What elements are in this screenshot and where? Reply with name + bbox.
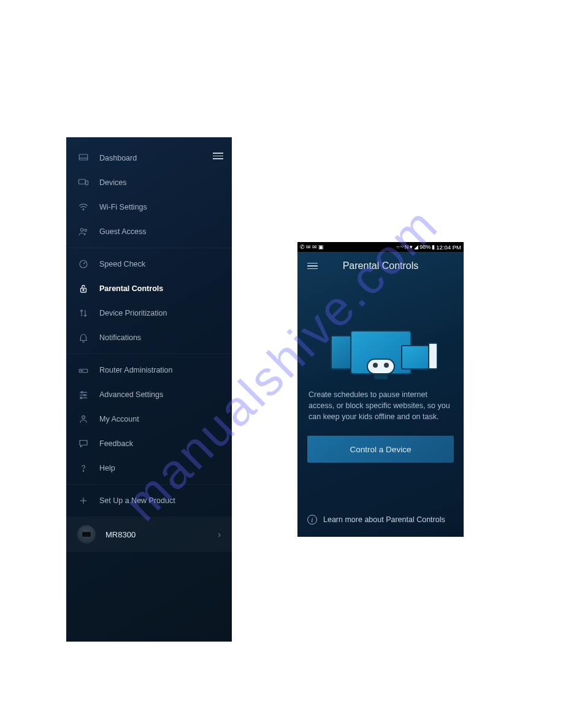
sidebar-item-label: Speed Check xyxy=(99,260,145,268)
sidebar-item-devices[interactable]: Devices xyxy=(66,170,232,195)
sidebar-item-label: Notifications xyxy=(99,333,141,342)
sidebar-item-router-administration[interactable]: Router Administration xyxy=(66,358,232,382)
sidebar-item-my-account[interactable]: My Account xyxy=(66,407,232,431)
svg-point-8 xyxy=(83,289,84,290)
svg-rect-1 xyxy=(79,180,86,184)
device-name-label: MR8300 xyxy=(105,530,218,539)
svg-rect-2 xyxy=(86,181,88,185)
device-thumbnail-icon xyxy=(77,525,96,544)
status-time: 12:04 PM xyxy=(436,244,461,251)
account-icon xyxy=(77,413,90,425)
chevron-right-icon: › xyxy=(218,529,221,539)
sidebar-item-label: Guest Access xyxy=(99,227,146,236)
sidebar-item-label: Wi-Fi Settings xyxy=(99,203,147,211)
control-device-button[interactable]: Control a Device xyxy=(307,436,454,463)
speed-icon xyxy=(77,258,90,270)
battery-percent: 98% xyxy=(419,245,431,250)
sidebar-item-help[interactable]: Help xyxy=(66,456,232,480)
feedback-icon xyxy=(77,438,90,450)
svg-point-15 xyxy=(82,416,85,419)
game-controller-icon xyxy=(367,358,395,374)
sidebar-item-label: Dashboard xyxy=(99,154,137,162)
sidebar-item-speed-check[interactable]: Speed Check xyxy=(66,252,232,276)
sidebar-item-wifi-settings[interactable]: Wi-Fi Settings xyxy=(66,195,232,219)
wifi-status-icon: ▾ xyxy=(410,245,413,250)
sidebar-item-device-prioritization[interactable]: Device Prioritization xyxy=(66,301,232,325)
phone-icon: ✆ xyxy=(300,245,305,250)
sidebar-item-label: Feedback xyxy=(99,439,133,448)
app-icon: ▣ xyxy=(318,245,324,250)
sidebar-item-label: Help xyxy=(99,464,115,472)
svg-point-13 xyxy=(84,394,86,396)
router-icon xyxy=(77,364,90,376)
sidebar-item-feedback[interactable]: Feedback xyxy=(66,431,232,456)
plus-icon xyxy=(77,495,90,507)
sidebar-item-advanced-settings[interactable]: Advanced Settings xyxy=(66,382,232,407)
sidebar-item-setup-new-product[interactable]: Set Up a New Product xyxy=(66,488,232,513)
help-icon xyxy=(77,462,90,474)
nfc-icon: N xyxy=(405,245,409,250)
sidebar-item-label: Advanced Settings xyxy=(99,390,163,399)
learn-more-label: Learn more about Parental Controls xyxy=(323,515,445,524)
sidebar-item-label: Devices xyxy=(99,178,126,187)
svg-point-10 xyxy=(81,371,82,371)
signal-icon: ◢ xyxy=(414,245,418,250)
svg-point-3 xyxy=(83,209,84,210)
parental-controls-screen: ✆ ✉ ✉ ▣ ⎓ ⌔ N ▾ ◢ 98% ▮ 12:04 PM Parenta… xyxy=(297,242,464,537)
sidebar-item-label: Set Up a New Product xyxy=(99,496,175,505)
sidebar-item-dashboard[interactable]: Dashboard xyxy=(66,146,232,170)
status-left-icons: ✆ ✉ ✉ ▣ xyxy=(300,245,324,250)
sidebar-item-guest-access[interactable]: Guest Access xyxy=(66,219,232,244)
devices-icon xyxy=(77,176,90,189)
svg-point-11 xyxy=(82,371,83,371)
svg-point-5 xyxy=(85,229,86,231)
svg-point-16 xyxy=(83,471,83,471)
sidebar-item-notifications[interactable]: Notifications xyxy=(66,325,232,350)
learn-more-link[interactable]: i Learn more about Parental Controls xyxy=(307,515,454,525)
sidebar-item-parental-controls[interactable]: Parental Controls xyxy=(66,276,232,301)
svg-point-4 xyxy=(81,229,84,232)
devices-illustration xyxy=(297,289,464,374)
sidebar-menu: Dashboard Devices Wi-Fi Settings Guest A… xyxy=(66,137,232,552)
sidebar-item-label: Device Prioritization xyxy=(99,309,167,317)
sidebar-item-label: Router Administration xyxy=(99,366,173,374)
mail-icon: ✉ xyxy=(312,245,317,250)
sidebar-item-label: Parental Controls xyxy=(99,284,163,293)
sidebar-panel: Dashboard Devices Wi-Fi Settings Guest A… xyxy=(66,137,232,642)
sliders-icon xyxy=(77,389,90,401)
wifi-icon xyxy=(77,201,90,213)
info-icon: i xyxy=(307,515,317,525)
android-status-bar: ✆ ✉ ✉ ▣ ⎓ ⌔ N ▾ ◢ 98% ▮ 12:04 PM xyxy=(297,242,464,252)
menu-divider xyxy=(66,484,232,485)
bluetooth-icon: ⌔ xyxy=(400,245,404,250)
dashboard-icon xyxy=(77,152,90,164)
guest-icon xyxy=(77,226,90,238)
svg-point-14 xyxy=(80,397,82,399)
bell-icon xyxy=(77,332,90,344)
device-row[interactable]: MR8300 › xyxy=(66,517,232,552)
sidebar-item-label: My Account xyxy=(99,415,139,423)
svg-point-12 xyxy=(81,392,83,393)
battery-small-icon: ⎓ xyxy=(396,245,399,250)
message-icon: ✉ xyxy=(306,245,311,250)
page-title: Parental Controls xyxy=(307,260,454,271)
lock-icon xyxy=(77,282,90,295)
menu-divider xyxy=(66,248,232,248)
screen-header: Parental Controls xyxy=(297,252,464,282)
phone-icon xyxy=(428,343,438,370)
status-right-icons: ⎓ ⌔ N ▾ ◢ 98% ▮ 12:04 PM xyxy=(396,244,461,251)
hamburger-icon[interactable] xyxy=(213,151,223,161)
battery-icon: ▮ xyxy=(432,245,435,250)
parental-description: Create schedules to pause internet acces… xyxy=(297,389,464,422)
priority-icon xyxy=(77,307,90,319)
svg-rect-0 xyxy=(79,154,88,160)
menu-divider xyxy=(66,354,232,354)
